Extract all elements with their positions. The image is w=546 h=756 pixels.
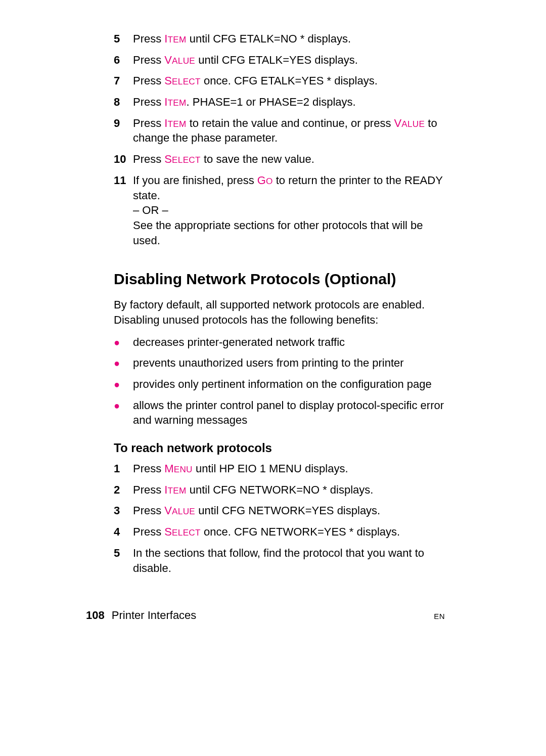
step-number: 3 (114, 503, 133, 518)
intro-paragraph: By factory default, all supported networ… (114, 297, 445, 327)
step-body: Press SELECT once. CFG ETALK=YES * displ… (133, 73, 445, 88)
section-heading: Disabling Network Protocols (Optional) (114, 270, 445, 288)
button-name: VALUE (164, 54, 195, 66)
page-footer: 108 Printer Interfaces EN (86, 609, 445, 622)
bullet-icon: ● (114, 336, 133, 349)
footer-lang: EN (434, 612, 445, 620)
step-body: Press ITEM. PHASE=1 or PHASE=2 displays. (133, 95, 445, 110)
step-number: 8 (114, 95, 133, 110)
step-body: Press VALUE until CFG NETWORK=YES displa… (133, 503, 445, 518)
bullet-icon: ● (114, 357, 133, 370)
chapter-title: Printer Interfaces (112, 609, 197, 621)
list-item: 1 Press MENU until HP EIO 1 MENU display… (114, 461, 445, 476)
document-page: 5 Press ITEM until CFG ETALK=NO * displa… (0, 0, 546, 756)
bullet-text: decreases printer-generated network traf… (133, 335, 445, 350)
steps-list-etalk: 5 Press ITEM until CFG ETALK=NO * displa… (114, 31, 445, 248)
button-name: SELECT (164, 525, 201, 538)
button-name: ITEM (164, 96, 186, 108)
list-item: 5 Press ITEM until CFG ETALK=NO * displa… (114, 31, 445, 47)
list-item: ● provides only pertinent information on… (114, 377, 445, 392)
step-number: 10 (114, 152, 133, 167)
bullet-icon: ● (114, 378, 133, 391)
list-item: 10 Press SELECT to save the new value. (114, 152, 445, 167)
step-body: Press MENU until HP EIO 1 MENU displays. (133, 461, 445, 476)
step-number: 9 (114, 116, 133, 131)
step-body: Press ITEM to retain the value and conti… (133, 116, 445, 146)
step-body: Press ITEM until CFG ETALK=NO * displays… (133, 31, 445, 47)
list-item: 7 Press SELECT once. CFG ETALK=YES * dis… (114, 73, 445, 88)
step-or-line: – OR – (133, 203, 445, 218)
list-item: 8 Press ITEM. PHASE=1 or PHASE=2 display… (114, 95, 445, 110)
step-body: Press SELECT to save the new value. (133, 152, 445, 167)
button-name: ITEM (164, 32, 186, 45)
subsection-heading: To reach network protocols (114, 441, 445, 455)
step-body: Press ITEM until CFG NETWORK=NO * displa… (133, 482, 445, 498)
list-item: 11 If you are finished, press GO to retu… (114, 173, 445, 248)
step-extra-line: See the appropriate sections for other p… (133, 218, 445, 248)
button-name: VALUE (394, 117, 425, 129)
bullet-text: provides only pertinent information on t… (133, 377, 445, 392)
step-body: Press VALUE until CFG ETALK=YES displays… (133, 53, 445, 68)
page-number: 108 (86, 609, 105, 621)
list-item: 5 In the sections that follow, find the … (114, 546, 445, 575)
list-item: 2 Press ITEM until CFG NETWORK=NO * disp… (114, 482, 445, 498)
steps-list-network: 1 Press MENU until HP EIO 1 MENU display… (114, 461, 445, 575)
button-name: ITEM (164, 483, 186, 496)
list-item: ● allows the printer control panel to di… (114, 398, 445, 428)
button-name: SELECT (164, 74, 201, 87)
step-body: In the sections that follow, find the pr… (133, 546, 445, 575)
list-item: ● prevents unauthorized users from print… (114, 355, 445, 371)
bullet-text: allows the printer control panel to disp… (133, 398, 445, 428)
button-name: SELECT (164, 153, 201, 165)
button-name: VALUE (164, 504, 195, 517)
button-name: MENU (164, 462, 192, 475)
benefits-list: ● decreases printer-generated network tr… (114, 335, 445, 428)
step-number: 11 (114, 173, 133, 188)
button-name: GO (257, 174, 273, 187)
step-body: If you are finished, press GO to return … (133, 173, 445, 248)
step-number: 1 (114, 461, 133, 476)
footer-left: 108 Printer Interfaces (86, 609, 196, 622)
bullet-text: prevents unauthorized users from printin… (133, 355, 445, 371)
step-body: Press SELECT once. CFG NETWORK=YES * dis… (133, 524, 445, 540)
step-number: 4 (114, 524, 133, 540)
step-number: 5 (114, 31, 133, 47)
bullet-icon: ● (114, 399, 133, 413)
step-number: 2 (114, 482, 133, 498)
list-item: ● decreases printer-generated network tr… (114, 335, 445, 350)
button-name: ITEM (164, 117, 186, 129)
list-item: 6 Press VALUE until CFG ETALK=YES displa… (114, 53, 445, 68)
step-number: 5 (114, 546, 133, 561)
step-number: 7 (114, 73, 133, 88)
list-item: 3 Press VALUE until CFG NETWORK=YES disp… (114, 503, 445, 518)
list-item: 9 Press ITEM to retain the value and con… (114, 116, 445, 146)
step-number: 6 (114, 53, 133, 68)
list-item: 4 Press SELECT once. CFG NETWORK=YES * d… (114, 524, 445, 540)
